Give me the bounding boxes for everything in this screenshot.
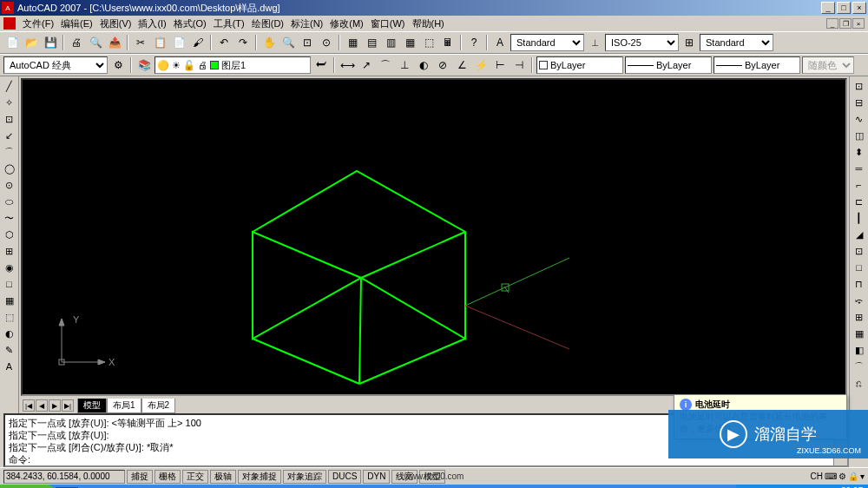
save-button[interactable]: 💾 xyxy=(42,34,59,51)
modify-tool-1[interactable]: ⊟ xyxy=(852,95,867,110)
tab-model[interactable]: 模型 xyxy=(77,399,107,413)
modify-tool-3[interactable]: ◫ xyxy=(852,128,867,143)
text-style-select[interactable]: Standard xyxy=(510,34,584,51)
layer-select[interactable]: 🟡 ☀ 🔓 🖨 图层1 xyxy=(155,56,311,74)
plotstyle-select[interactable]: 随颜色 xyxy=(802,56,854,74)
draw-tool-13[interactable]: ▦ xyxy=(2,293,17,308)
zoom-rt-button[interactable]: 🔍 xyxy=(279,34,297,51)
start-button[interactable]: 开始 xyxy=(0,485,54,488)
dim-style-icon[interactable]: ⟂ xyxy=(586,34,603,51)
text-style-icon[interactable]: A xyxy=(491,34,509,51)
copy-button[interactable]: 📋 xyxy=(151,34,168,51)
draw-tool-16[interactable]: ✎ xyxy=(2,342,17,358)
tab-layout2[interactable]: 布局2 xyxy=(141,399,176,413)
minimize-button[interactable]: _ xyxy=(821,2,835,14)
draw-tool-11[interactable]: ◉ xyxy=(2,260,17,275)
draw-tool-2[interactable]: ⊡ xyxy=(2,111,17,127)
osnap-toggle[interactable]: 对象捕捉 xyxy=(238,470,281,484)
dc-button[interactable]: ▤ xyxy=(363,34,380,51)
mdi-restore-button[interactable]: ❐ xyxy=(839,18,852,29)
tab-prev-button[interactable]: ◀ xyxy=(36,399,48,412)
preview-button[interactable]: 🔍 xyxy=(87,34,104,51)
dim-ord-button[interactable]: ⊥ xyxy=(396,56,413,74)
markup-button[interactable]: ⬚ xyxy=(420,34,437,51)
menu-file[interactable]: 文件(F) xyxy=(19,17,57,30)
dim-ang-button[interactable]: ∠ xyxy=(453,56,470,74)
zoom-win-button[interactable]: ⊡ xyxy=(299,34,316,51)
linetype-select[interactable]: ByLayer xyxy=(625,56,712,74)
draw-tool-0[interactable]: ╱ xyxy=(2,78,17,94)
lineweight-select[interactable]: ByLayer xyxy=(713,56,800,74)
ime-lang[interactable]: CH xyxy=(811,472,823,481)
draw-tool-17[interactable]: A xyxy=(2,359,17,374)
dim-dia-button[interactable]: ⊘ xyxy=(434,56,451,74)
draw-tool-10[interactable]: ⊞ xyxy=(2,243,17,259)
close-button[interactable]: × xyxy=(852,2,866,14)
tray-icon[interactable]: ▾ xyxy=(860,472,865,481)
menu-format[interactable]: 格式(O) xyxy=(170,17,210,30)
draw-tool-9[interactable]: ⬡ xyxy=(2,227,17,242)
draw-tool-12[interactable]: □ xyxy=(2,276,17,292)
modify-tool-7[interactable]: ⊏ xyxy=(852,194,867,209)
modify-tool-14[interactable]: ⊞ xyxy=(852,309,867,325)
modify-tool-6[interactable]: ⌐ xyxy=(852,177,867,193)
dim-aligned-button[interactable]: ↗ xyxy=(358,56,375,74)
dim-arc-button[interactable]: ⌒ xyxy=(377,56,394,74)
table-style-select[interactable]: Standard xyxy=(700,34,773,51)
menu-insert[interactable]: 插入(I) xyxy=(135,17,169,30)
workspace-settings-button[interactable]: ⚙ xyxy=(109,56,127,74)
snap-toggle[interactable]: 捕捉 xyxy=(127,470,153,484)
polar-toggle[interactable]: 极轴 xyxy=(210,470,236,484)
undo-button[interactable]: ↶ xyxy=(215,34,233,51)
menu-modify[interactable]: 修改(M) xyxy=(326,17,367,30)
draw-tool-1[interactable]: ✧ xyxy=(2,95,17,110)
tab-next-button[interactable]: ▶ xyxy=(49,399,61,412)
modify-tool-15[interactable]: ▦ xyxy=(852,326,867,341)
modify-tool-18[interactable]: ⎌ xyxy=(852,375,867,391)
draw-tool-4[interactable]: ⌒ xyxy=(2,144,17,160)
modify-tool-5[interactable]: ═ xyxy=(852,161,867,176)
ime-icon[interactable]: ⌨ xyxy=(825,472,837,481)
new-button[interactable]: 📄 xyxy=(3,34,21,51)
sheet-button[interactable]: ▦ xyxy=(401,34,418,51)
modify-tool-12[interactable]: ⊓ xyxy=(852,276,867,292)
draw-tool-15[interactable]: ◐ xyxy=(2,326,17,341)
dim-rad-button[interactable]: ◐ xyxy=(415,56,432,74)
tab-layout1[interactable]: 布局1 xyxy=(107,399,141,413)
modify-tool-4[interactable]: ⬍ xyxy=(852,144,867,160)
drawing-canvas[interactable]: X Y xyxy=(21,78,847,396)
workspace-select[interactable]: AutoCAD 经典 xyxy=(3,56,108,74)
lock-icon[interactable]: 🔒 xyxy=(848,472,858,481)
dim-linear-button[interactable]: ⟷ xyxy=(339,56,356,74)
color-select[interactable]: ByLayer xyxy=(536,56,623,74)
draw-tool-7[interactable]: ⬭ xyxy=(2,194,17,209)
modify-tool-10[interactable]: ⊡ xyxy=(852,243,867,259)
tool-palette-button[interactable]: ▥ xyxy=(382,34,399,51)
cut-button[interactable]: ✂ xyxy=(132,34,149,51)
grid-toggle[interactable]: 栅格 xyxy=(155,470,181,484)
pan-button[interactable]: ✋ xyxy=(260,34,278,51)
comm-icon[interactable]: ⚙ xyxy=(838,472,846,481)
layer-prev-button[interactable]: ⮨ xyxy=(312,56,330,74)
menu-tools[interactable]: 工具(T) xyxy=(210,17,248,30)
open-button[interactable]: 📂 xyxy=(23,34,40,51)
menu-help[interactable]: 帮助(H) xyxy=(409,17,448,30)
zoom-prev-button[interactable]: ⊙ xyxy=(318,34,335,51)
help-button[interactable]: ? xyxy=(465,34,483,51)
mdi-minimize-button[interactable]: _ xyxy=(826,18,838,29)
publish-button[interactable]: 📤 xyxy=(106,34,123,51)
menu-window[interactable]: 窗口(W) xyxy=(367,17,409,30)
dim-cont-button[interactable]: ⊣ xyxy=(510,56,528,74)
modify-tool-16[interactable]: ◧ xyxy=(852,342,867,358)
ortho-toggle[interactable]: 正交 xyxy=(182,470,208,484)
modify-tool-9[interactable]: ◢ xyxy=(852,227,867,242)
redo-button[interactable]: ↷ xyxy=(234,34,252,51)
table-style-icon[interactable]: ⊞ xyxy=(681,34,698,51)
dim-style-select[interactable]: ISO-25 xyxy=(605,34,679,51)
menu-edit[interactable]: 编辑(E) xyxy=(57,17,96,30)
dim-quick-button[interactable]: ⚡ xyxy=(472,56,490,74)
maximize-button[interactable]: □ xyxy=(837,2,851,14)
print-button[interactable]: 🖨 xyxy=(68,34,85,51)
menu-dimension[interactable]: 标注(N) xyxy=(287,17,326,30)
dim-base-button[interactable]: ⊢ xyxy=(491,56,509,74)
